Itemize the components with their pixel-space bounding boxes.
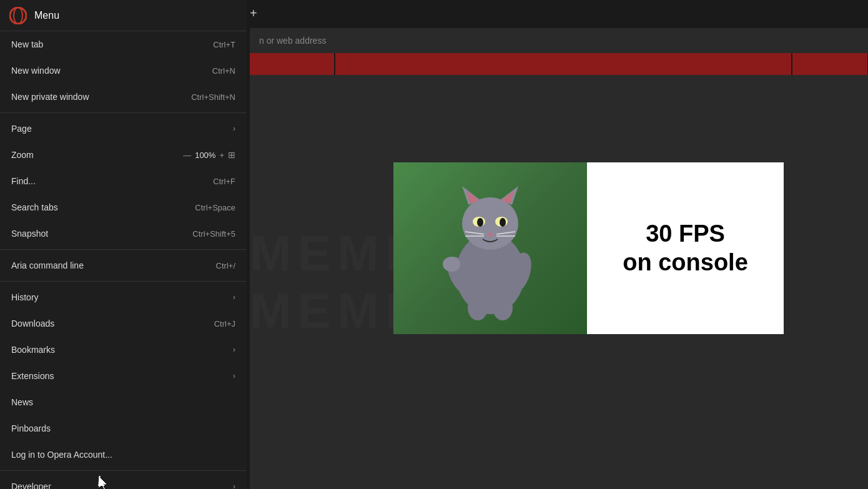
meme-text: 30 FPS on console bbox=[616, 214, 754, 283]
meme-image: 30 FPS on console bbox=[393, 162, 784, 334]
menu-item-zoom[interactable]: Zoom — 100% + ⊞ bbox=[0, 142, 247, 168]
menu-item-search-tabs[interactable]: Search tabs Ctrl+Space bbox=[0, 194, 247, 220]
page-arrow: › bbox=[233, 124, 235, 133]
menu-overlay: Menu New tab Ctrl+T New window Ctrl+N Ne… bbox=[0, 0, 247, 489]
bookmarks-bar bbox=[250, 53, 868, 75]
bookmark-tab-3[interactable] bbox=[792, 53, 867, 75]
menu-header: Menu bbox=[0, 0, 247, 31]
svg-point-17 bbox=[443, 257, 460, 272]
meme-right-panel: 30 FPS on console bbox=[587, 162, 784, 334]
menu-item-news[interactable]: News bbox=[0, 389, 247, 415]
new-tab-button[interactable]: + bbox=[250, 6, 257, 21]
divider-2 bbox=[0, 249, 247, 250]
svg-point-21 bbox=[14, 7, 22, 24]
zoom-fullscreen[interactable]: ⊞ bbox=[228, 150, 235, 160]
menu-item-login[interactable]: Log in to Opera Account... bbox=[0, 442, 247, 468]
zoom-minus[interactable]: — bbox=[183, 151, 191, 160]
menu-item-extensions[interactable]: Extensions › bbox=[0, 363, 247, 389]
address-text: n or web address bbox=[259, 36, 326, 46]
menu-item-pinboards[interactable]: Pinboards bbox=[0, 415, 247, 442]
meme-left-panel bbox=[393, 162, 587, 334]
bookmark-tab-2[interactable] bbox=[335, 53, 791, 75]
meme-line2: on console bbox=[623, 249, 748, 275]
menu-items-container: New tab Ctrl+T New window Ctrl+N New pri… bbox=[0, 31, 247, 489]
svg-point-18 bbox=[468, 295, 488, 320]
cat-image bbox=[393, 162, 587, 334]
svg-point-20 bbox=[10, 7, 26, 24]
menu-item-bookmarks[interactable]: Bookmarks › bbox=[0, 337, 247, 363]
menu-item-aria[interactable]: Aria command line Ctrl+/ bbox=[0, 252, 247, 279]
menu-item-new-private-window[interactable]: New private window Ctrl+Shift+N bbox=[0, 84, 247, 110]
opera-logo bbox=[9, 7, 27, 24]
menu-item-new-tab[interactable]: New tab Ctrl+T bbox=[0, 31, 247, 57]
svg-point-9 bbox=[500, 218, 506, 227]
divider-3 bbox=[0, 281, 247, 282]
menu-item-find[interactable]: Find... Ctrl+F bbox=[0, 168, 247, 194]
zoom-controls: — 100% + ⊞ bbox=[183, 150, 235, 160]
menu-item-developer[interactable]: Developer › bbox=[0, 473, 247, 489]
zoom-plus[interactable]: + bbox=[219, 151, 224, 160]
divider-4 bbox=[0, 470, 247, 471]
menu-item-page[interactable]: Page › bbox=[0, 116, 247, 142]
divider-1 bbox=[0, 112, 247, 113]
svg-point-19 bbox=[493, 295, 513, 320]
cat-silhouette-svg bbox=[428, 177, 553, 320]
menu-title: Menu bbox=[34, 10, 59, 21]
svg-point-8 bbox=[477, 218, 483, 227]
zoom-value: 100% bbox=[195, 151, 215, 160]
menu-item-history[interactable]: History › bbox=[0, 284, 247, 310]
menu-item-downloads[interactable]: Downloads Ctrl+J bbox=[0, 310, 247, 337]
meme-line1: 30 FPS bbox=[646, 220, 725, 247]
menu-item-snapshot[interactable]: Snapshot Ctrl+Shift+5 bbox=[0, 220, 247, 247]
address-bar[interactable]: n or web address bbox=[250, 28, 868, 53]
developer-arrow: › bbox=[233, 482, 235, 489]
bookmark-tab-1[interactable] bbox=[250, 53, 334, 75]
extensions-arrow: › bbox=[233, 372, 235, 380]
menu-item-new-window[interactable]: New window Ctrl+N bbox=[0, 57, 247, 84]
history-arrow: › bbox=[233, 293, 235, 302]
bookmarks-arrow: › bbox=[233, 345, 235, 354]
